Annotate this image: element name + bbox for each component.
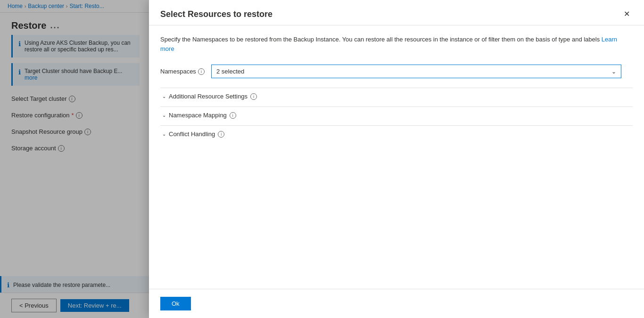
accordion-label-mapping: Namespace Mapping	[169, 112, 227, 119]
info-circle-additional[interactable]: i	[250, 93, 257, 100]
accordion-header-conflict[interactable]: ⌄ Conflict Handling i	[160, 125, 633, 142]
namespace-label: Namespaces i	[160, 68, 207, 75]
modal-title: Select Resources to restore	[160, 9, 272, 19]
namespace-selected-value: 2 selected	[216, 68, 244, 75]
accordion-label-conflict: Conflict Handling	[169, 130, 215, 138]
chevron-icon-mapping: ⌄	[162, 113, 166, 118]
info-circle-mapping[interactable]: i	[230, 112, 236, 119]
chevron-down-icon: ⌄	[611, 68, 616, 75]
main-page: Home › Backup center › Start: Resto... R…	[0, 0, 644, 318]
accordion-label-additional: Additional Resource Settings	[169, 93, 248, 100]
info-circle-conflict[interactable]: i	[218, 131, 224, 138]
namespace-row: Namespaces i 2 selected ⌄	[160, 65, 633, 78]
accordion-conflict-handling: ⌄ Conflict Handling i	[160, 125, 633, 142]
info-circle-namespaces[interactable]: i	[198, 68, 205, 75]
accordion-namespace-mapping: ⌄ Namespace Mapping i	[160, 106, 633, 123]
namespace-dropdown[interactable]: 2 selected ⌄	[211, 65, 621, 78]
modal-header: Select Resources to restore ✕	[149, 0, 644, 25]
modal-select-resources: Select Resources to restore ✕ Specify th…	[149, 0, 644, 318]
modal-close-button[interactable]: ✕	[621, 9, 633, 19]
accordion-header-additional[interactable]: ⌄ Additional Resource Settings i	[160, 88, 633, 105]
ok-button[interactable]: Ok	[160, 297, 191, 310]
accordion-additional-resource: ⌄ Additional Resource Settings i	[160, 88, 633, 105]
chevron-icon-additional: ⌄	[162, 94, 166, 99]
modal-body: Specify the Namespaces to be restored fr…	[149, 25, 644, 289]
accordion-header-mapping[interactable]: ⌄ Namespace Mapping i	[160, 106, 633, 123]
chevron-icon-conflict: ⌄	[162, 131, 166, 137]
modal-footer: Ok	[149, 289, 644, 318]
modal-description: Specify the Namespaces to be restored fr…	[160, 35, 622, 53]
